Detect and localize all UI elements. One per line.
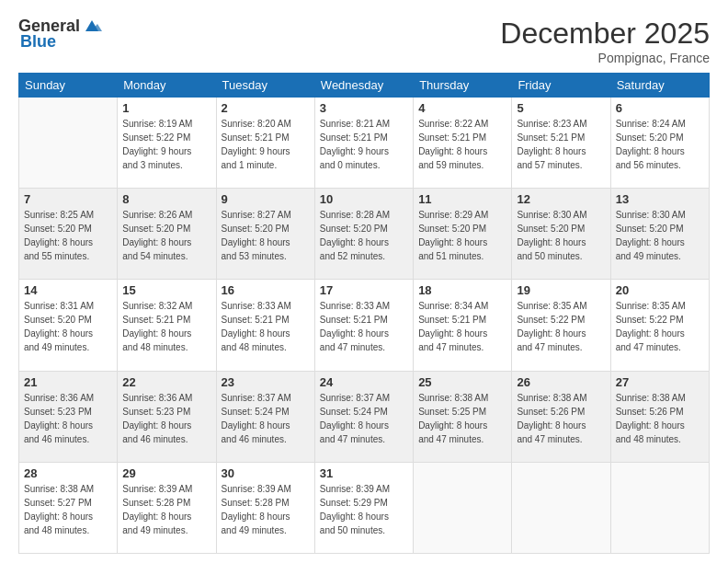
- calendar-cell: 11Sunrise: 8:29 AM Sunset: 5:20 PM Dayli…: [414, 189, 512, 280]
- calendar-cell: 14Sunrise: 8:31 AM Sunset: 5:20 PM Dayli…: [19, 280, 118, 371]
- day-number: 7: [24, 192, 112, 206]
- day-number: 25: [418, 375, 506, 389]
- calendar-cell: 3Sunrise: 8:21 AM Sunset: 5:21 PM Daylig…: [314, 98, 413, 189]
- calendar-cell: 16Sunrise: 8:33 AM Sunset: 5:21 PM Dayli…: [216, 280, 314, 371]
- calendar-cell: [19, 98, 118, 189]
- calendar-cell: [610, 462, 709, 553]
- day-info: Sunrise: 8:30 AM Sunset: 5:20 PM Dayligh…: [616, 208, 704, 263]
- day-number: 3: [320, 101, 408, 115]
- day-info: Sunrise: 8:36 AM Sunset: 5:23 PM Dayligh…: [24, 391, 112, 446]
- calendar-cell: [512, 462, 610, 553]
- day-info: Sunrise: 8:39 AM Sunset: 5:28 PM Dayligh…: [222, 482, 310, 537]
- day-number: 2: [222, 101, 310, 115]
- calendar-cell: 1Sunrise: 8:19 AM Sunset: 5:22 PM Daylig…: [118, 98, 216, 189]
- calendar-cell: 18Sunrise: 8:34 AM Sunset: 5:21 PM Dayli…: [414, 280, 512, 371]
- calendar-table: SundayMondayTuesdayWednesdayThursdayFrid…: [18, 73, 710, 554]
- day-info: Sunrise: 8:24 AM Sunset: 5:20 PM Dayligh…: [616, 117, 704, 172]
- day-info: Sunrise: 8:37 AM Sunset: 5:24 PM Dayligh…: [320, 391, 408, 446]
- calendar-cell: 24Sunrise: 8:37 AM Sunset: 5:24 PM Dayli…: [314, 371, 413, 462]
- month-title: December 2025: [500, 17, 710, 51]
- day-number: 22: [122, 375, 210, 389]
- day-info: Sunrise: 8:38 AM Sunset: 5:26 PM Dayligh…: [517, 391, 605, 446]
- day-number: 12: [517, 192, 605, 206]
- day-number: 6: [616, 101, 704, 115]
- day-number: 14: [24, 283, 112, 297]
- day-info: Sunrise: 8:30 AM Sunset: 5:20 PM Dayligh…: [517, 208, 605, 263]
- calendar-cell: 7Sunrise: 8:25 AM Sunset: 5:20 PM Daylig…: [19, 189, 118, 280]
- calendar-cell: 28Sunrise: 8:38 AM Sunset: 5:27 PM Dayli…: [19, 462, 118, 553]
- calendar-cell: 2Sunrise: 8:20 AM Sunset: 5:21 PM Daylig…: [216, 98, 314, 189]
- day-number: 4: [418, 101, 506, 115]
- day-info: Sunrise: 8:39 AM Sunset: 5:28 PM Dayligh…: [122, 482, 210, 537]
- day-info: Sunrise: 8:27 AM Sunset: 5:20 PM Dayligh…: [222, 208, 310, 263]
- day-number: 30: [222, 466, 310, 480]
- calendar-cell: 22Sunrise: 8:36 AM Sunset: 5:23 PM Dayli…: [118, 371, 216, 462]
- day-number: 5: [517, 101, 605, 115]
- calendar-cell: 12Sunrise: 8:30 AM Sunset: 5:20 PM Dayli…: [512, 189, 610, 280]
- calendar-week-4: 21Sunrise: 8:36 AM Sunset: 5:23 PM Dayli…: [19, 371, 710, 462]
- calendar-cell: 27Sunrise: 8:38 AM Sunset: 5:26 PM Dayli…: [610, 371, 709, 462]
- calendar-cell: 20Sunrise: 8:35 AM Sunset: 5:22 PM Dayli…: [610, 280, 709, 371]
- calendar-cell: 6Sunrise: 8:24 AM Sunset: 5:20 PM Daylig…: [610, 98, 709, 189]
- day-number: 17: [320, 283, 408, 297]
- logo-icon: [82, 18, 102, 35]
- day-info: Sunrise: 8:38 AM Sunset: 5:25 PM Dayligh…: [418, 391, 506, 446]
- calendar-cell: 13Sunrise: 8:30 AM Sunset: 5:20 PM Dayli…: [610, 189, 709, 280]
- calendar-header-saturday: Saturday: [610, 74, 709, 98]
- calendar-cell: [414, 462, 512, 553]
- day-info: Sunrise: 8:20 AM Sunset: 5:21 PM Dayligh…: [222, 117, 310, 172]
- day-info: Sunrise: 8:35 AM Sunset: 5:22 PM Dayligh…: [616, 299, 704, 354]
- day-info: Sunrise: 8:33 AM Sunset: 5:21 PM Dayligh…: [222, 299, 310, 354]
- day-info: Sunrise: 8:25 AM Sunset: 5:20 PM Dayligh…: [24, 208, 112, 263]
- calendar-cell: 26Sunrise: 8:38 AM Sunset: 5:26 PM Dayli…: [512, 371, 610, 462]
- calendar-cell: 30Sunrise: 8:39 AM Sunset: 5:28 PM Dayli…: [216, 462, 314, 553]
- calendar-cell: 19Sunrise: 8:35 AM Sunset: 5:22 PM Dayli…: [512, 280, 610, 371]
- day-info: Sunrise: 8:29 AM Sunset: 5:20 PM Dayligh…: [418, 208, 506, 263]
- day-number: 24: [320, 375, 408, 389]
- day-info: Sunrise: 8:34 AM Sunset: 5:21 PM Dayligh…: [418, 299, 506, 354]
- calendar-cell: 21Sunrise: 8:36 AM Sunset: 5:23 PM Dayli…: [19, 371, 118, 462]
- calendar-cell: 17Sunrise: 8:33 AM Sunset: 5:21 PM Dayli…: [314, 280, 413, 371]
- calendar-cell: 8Sunrise: 8:26 AM Sunset: 5:20 PM Daylig…: [118, 189, 216, 280]
- calendar-cell: 29Sunrise: 8:39 AM Sunset: 5:28 PM Dayli…: [118, 462, 216, 553]
- day-info: Sunrise: 8:33 AM Sunset: 5:21 PM Dayligh…: [320, 299, 408, 354]
- location: Pompignac, France: [500, 51, 710, 65]
- day-info: Sunrise: 8:31 AM Sunset: 5:20 PM Dayligh…: [24, 299, 112, 354]
- logo: General Blue: [18, 17, 102, 52]
- day-number: 26: [517, 375, 605, 389]
- day-number: 21: [24, 375, 112, 389]
- day-info: Sunrise: 8:36 AM Sunset: 5:23 PM Dayligh…: [122, 391, 210, 446]
- day-info: Sunrise: 8:37 AM Sunset: 5:24 PM Dayligh…: [222, 391, 310, 446]
- day-number: 9: [222, 192, 310, 206]
- day-info: Sunrise: 8:35 AM Sunset: 5:22 PM Dayligh…: [517, 299, 605, 354]
- day-number: 29: [122, 466, 210, 480]
- title-area: December 2025 Pompignac, France: [500, 17, 710, 65]
- day-info: Sunrise: 8:19 AM Sunset: 5:22 PM Dayligh…: [122, 117, 210, 172]
- calendar-header-tuesday: Tuesday: [216, 74, 314, 98]
- day-info: Sunrise: 8:21 AM Sunset: 5:21 PM Dayligh…: [320, 117, 408, 172]
- calendar-week-3: 14Sunrise: 8:31 AM Sunset: 5:20 PM Dayli…: [19, 280, 710, 371]
- day-info: Sunrise: 8:22 AM Sunset: 5:21 PM Dayligh…: [418, 117, 506, 172]
- calendar-cell: 4Sunrise: 8:22 AM Sunset: 5:21 PM Daylig…: [414, 98, 512, 189]
- calendar-cell: 10Sunrise: 8:28 AM Sunset: 5:20 PM Dayli…: [314, 189, 413, 280]
- calendar-header-friday: Friday: [512, 74, 610, 98]
- calendar-cell: 25Sunrise: 8:38 AM Sunset: 5:25 PM Dayli…: [414, 371, 512, 462]
- day-number: 15: [122, 283, 210, 297]
- day-info: Sunrise: 8:38 AM Sunset: 5:26 PM Dayligh…: [616, 391, 704, 446]
- day-number: 18: [418, 283, 506, 297]
- day-number: 13: [616, 192, 704, 206]
- calendar-header-sunday: Sunday: [19, 74, 118, 98]
- day-number: 19: [517, 283, 605, 297]
- calendar-header-row: SundayMondayTuesdayWednesdayThursdayFrid…: [19, 74, 710, 98]
- calendar-week-2: 7Sunrise: 8:25 AM Sunset: 5:20 PM Daylig…: [19, 189, 710, 280]
- day-info: Sunrise: 8:39 AM Sunset: 5:29 PM Dayligh…: [320, 482, 408, 537]
- day-number: 23: [222, 375, 310, 389]
- day-number: 16: [222, 283, 310, 297]
- day-info: Sunrise: 8:28 AM Sunset: 5:20 PM Dayligh…: [320, 208, 408, 263]
- day-number: 8: [122, 192, 210, 206]
- day-number: 28: [24, 466, 112, 480]
- day-number: 20: [616, 283, 704, 297]
- calendar-header-thursday: Thursday: [414, 74, 512, 98]
- calendar-week-1: 1Sunrise: 8:19 AM Sunset: 5:22 PM Daylig…: [19, 98, 710, 189]
- calendar-cell: 5Sunrise: 8:23 AM Sunset: 5:21 PM Daylig…: [512, 98, 610, 189]
